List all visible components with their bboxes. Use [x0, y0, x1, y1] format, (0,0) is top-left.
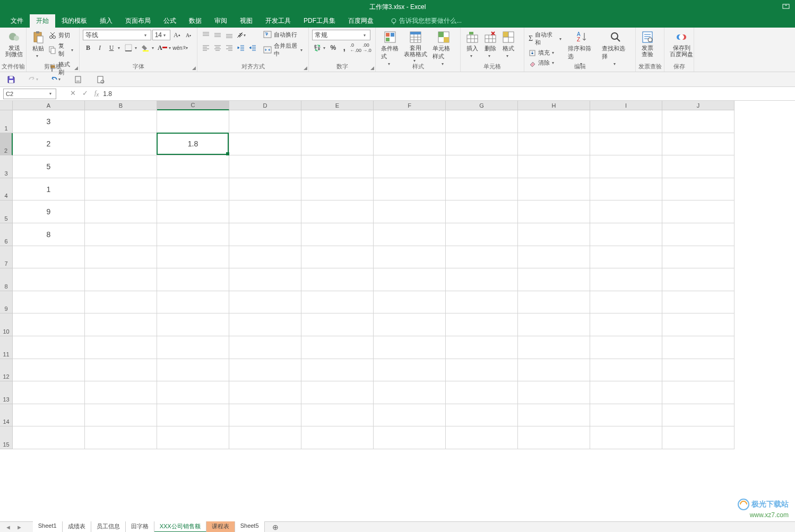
cell[interactable] [590, 381, 662, 404]
cell[interactable]: 3 [13, 110, 85, 133]
cell[interactable] [590, 313, 662, 336]
cell-styles-button[interactable]: 单元格样式▾ [430, 30, 457, 67]
cell[interactable] [662, 336, 734, 359]
autosum-button[interactable]: Σ自动求和▾ [528, 30, 565, 47]
cell[interactable] [374, 336, 446, 359]
cell[interactable] [13, 404, 85, 427]
sort-filter-button[interactable]: AZ排序和筛选▾ [566, 30, 598, 67]
cell[interactable] [590, 178, 662, 201]
number-format-select[interactable]: 常规▾ [312, 30, 370, 40]
cell[interactable] [662, 404, 734, 427]
cell[interactable] [85, 336, 157, 359]
cell[interactable] [157, 313, 229, 336]
align-top-button[interactable] [201, 30, 211, 40]
comma-button[interactable]: , [339, 42, 349, 53]
tab-view[interactable]: 视图 [234, 14, 259, 28]
fill-button[interactable]: 填充▾ [528, 48, 565, 57]
cell[interactable] [301, 336, 374, 359]
fx-button[interactable]: fx [94, 89, 99, 98]
cell[interactable] [374, 223, 446, 246]
cell[interactable] [85, 381, 157, 404]
column-header[interactable]: H [518, 101, 590, 110]
column-header[interactable]: E [301, 101, 374, 110]
cell[interactable] [374, 133, 446, 156]
cell[interactable]: 1 [13, 178, 85, 201]
cell[interactable] [374, 291, 446, 314]
align-middle-button[interactable] [212, 30, 223, 40]
copy-button[interactable]: 复制▾ [48, 41, 76, 58]
cell[interactable] [301, 359, 374, 382]
number-launcher[interactable]: ◢ [370, 65, 374, 71]
cell[interactable] [590, 359, 662, 382]
cell[interactable] [229, 404, 301, 427]
tab-review[interactable]: 审阅 [208, 14, 234, 28]
cell[interactable] [518, 223, 590, 246]
cell[interactable] [229, 178, 301, 201]
cell[interactable] [662, 291, 734, 314]
row-header[interactable]: 3 [0, 155, 13, 178]
cell[interactable] [85, 426, 157, 449]
percent-button[interactable]: % [328, 42, 338, 53]
cell[interactable] [229, 223, 301, 246]
font-launcher[interactable]: ◢ [192, 65, 196, 71]
column-header[interactable]: B [85, 101, 157, 110]
row-header[interactable]: 4 [0, 178, 13, 201]
cell[interactable]: 8 [13, 223, 85, 246]
cell[interactable] [85, 223, 157, 246]
cell[interactable] [590, 133, 662, 156]
tab-page-layout[interactable]: 页面布局 [119, 14, 157, 28]
cell[interactable] [374, 268, 446, 291]
row-header[interactable]: 8 [0, 268, 13, 291]
cell[interactable] [85, 133, 157, 156]
cell[interactable] [229, 291, 301, 314]
cell[interactable] [157, 381, 229, 404]
column-header[interactable]: G [446, 101, 518, 110]
cell[interactable] [374, 246, 446, 269]
cell[interactable] [518, 200, 590, 223]
cell[interactable] [157, 336, 229, 359]
cell[interactable] [157, 178, 229, 201]
cell[interactable] [229, 200, 301, 223]
merge-center-button[interactable]: 合并后居中▾ [262, 41, 305, 58]
cell[interactable] [157, 110, 229, 133]
column-header[interactable]: D [229, 101, 301, 110]
cell[interactable] [662, 178, 734, 201]
cell[interactable] [662, 133, 734, 156]
cell[interactable] [446, 246, 518, 269]
format-as-table-button[interactable]: 套用 表格格式▾ [402, 30, 429, 64]
italic-button[interactable]: I [94, 42, 105, 53]
cell[interactable] [157, 426, 229, 449]
cell[interactable] [446, 404, 518, 427]
tab-formulas[interactable]: 公式 [157, 14, 183, 28]
cell[interactable] [518, 404, 590, 427]
cell[interactable] [518, 110, 590, 133]
font-name-select[interactable]: 等线▾ [83, 30, 151, 40]
wrap-text-button[interactable]: 自动换行 [262, 30, 305, 39]
cell[interactable] [229, 155, 301, 178]
cell[interactable] [229, 133, 301, 156]
orientation-button[interactable]: ab▾ [236, 30, 246, 40]
row-header[interactable]: 6 [0, 223, 13, 246]
cell[interactable] [13, 426, 85, 449]
name-box[interactable]: C2▾ [3, 89, 56, 99]
cell[interactable] [13, 291, 85, 314]
tell-me-search[interactable]: 告诉我您想要做什么... [391, 16, 462, 28]
cell[interactable] [446, 359, 518, 382]
cell[interactable] [301, 133, 374, 156]
cell[interactable] [374, 359, 446, 382]
cell[interactable] [301, 404, 374, 427]
underline-button[interactable]: U [106, 42, 117, 53]
conditional-format-button[interactable]: 条件格式▾ [379, 30, 401, 67]
decrease-indent-button[interactable] [236, 42, 246, 53]
font-size-select[interactable]: 14▾ [152, 30, 171, 40]
decrease-decimal-button[interactable]: .00→.0 [362, 42, 372, 53]
cell[interactable] [446, 268, 518, 291]
cell[interactable] [301, 110, 374, 133]
cell[interactable] [662, 155, 734, 178]
cell[interactable] [157, 404, 229, 427]
cell[interactable] [301, 381, 374, 404]
tab-data[interactable]: 数据 [183, 14, 208, 28]
invoice-check-button[interactable]: 发票 查验 [639, 30, 656, 58]
cell[interactable] [374, 155, 446, 178]
delete-cells-button[interactable]: 删除▾ [482, 30, 499, 59]
